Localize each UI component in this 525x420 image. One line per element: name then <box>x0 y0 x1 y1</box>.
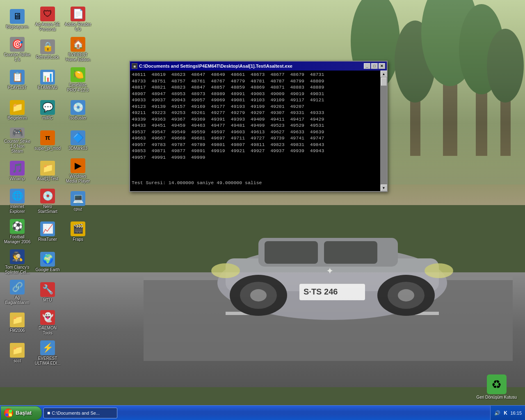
fraps-label: Fraps <box>73 237 83 242</box>
icon-mediaplayer[interactable]: ▶ Windows Media Player <box>64 157 92 185</box>
cmd-scrollbar[interactable]: ▲ ▼ <box>380 71 387 191</box>
mtu-label: MTU <box>43 298 52 303</box>
winamp-icon: 🎵 <box>10 161 25 176</box>
counter-strike-label: Counter-Strike 1.6 <box>4 52 31 62</box>
icon-googleearth[interactable]: 🌍 Google Earth <box>33 248 62 276</box>
icon-adobereader[interactable]: 📄 Adobe Reader 6.0 <box>64 5 92 34</box>
icon-etamenu[interactable]: 📊 ETAMENU <box>33 66 62 94</box>
svg-rect-9 <box>324 241 377 264</box>
cpuz-icon: 💻 <box>71 191 85 206</box>
scct-icon: 📁 <box>10 343 25 358</box>
taskbar-items: ■ C:\Documents and Se... <box>42 408 490 418</box>
counter-ns-label: Counter Strike 1.6 Non Steam <box>4 139 31 154</box>
ie-icon: 🌐 <box>10 189 25 203</box>
icon-nero[interactable]: 💿 Nero StartSmart <box>33 187 62 216</box>
nero-icon: 💿 <box>40 189 55 203</box>
etamenu-label: ETAMENU <box>38 85 57 90</box>
mediaplayer-label: Windows Media Player <box>64 174 91 184</box>
icon-fraps[interactable]: 🎬 Fraps <box>64 217 92 246</box>
everest-home-label: EVEREST Home Edition <box>64 52 91 62</box>
counter-strike-icon: 🎯 <box>10 37 25 52</box>
icon-fm2006b[interactable]: 📁 FM2006 <box>3 308 32 337</box>
cmd-maximize-button[interactable]: □ <box>371 63 378 69</box>
refreshlock-icon: 🔒 <box>40 39 55 54</box>
everest-ultima-icon: ⚡ <box>40 340 55 355</box>
bilgisayarim-icon: 🖥 <box>10 9 25 24</box>
etamenu-icon: 📊 <box>40 70 55 84</box>
counter-ns-icon: 🎮 <box>10 128 25 138</box>
recycle-bin[interactable]: ♻ Geri Dönüşüm Kutusu <box>477 374 517 399</box>
icon-bilgisayarim[interactable]: 🖥 Bilgisayarım <box>3 5 32 34</box>
icon-rivatuner[interactable]: 📈 RivaTuner <box>33 217 62 246</box>
cmd-title-buttons: _ □ ✕ <box>364 63 385 69</box>
tomclancy-icon: 🕵 <box>10 249 25 264</box>
icon-superpimod[interactable]: π super_pi_mod <box>33 126 62 155</box>
taskbar-item-label: C:\Documents and Se... <box>52 411 100 415</box>
icon-scct[interactable]: 📁 scct <box>3 339 32 368</box>
icon-ie[interactable]: 🌐 Internet Explorer <box>3 187 32 216</box>
scroll-up-button[interactable]: ▲ <box>381 71 387 77</box>
icon-refreshlock[interactable]: 🔒 RefreshLock <box>33 35 62 64</box>
icon-3dmark[interactable]: 🔷 3DMark03 <box>64 126 92 155</box>
superpimod-label: super_pi_mod <box>34 146 60 151</box>
icon-fm2006[interactable]: ⚽ Football Manager 2006 <box>3 217 32 246</box>
agbaglantilari-label: Ağ Bağlantılarım <box>4 295 31 305</box>
fm2006b-label: FM2006 <box>10 328 25 333</box>
icon-everest-ultima[interactable]: ⚡ EVEREST ULTIMA EDI... <box>33 339 62 368</box>
3dmark-label: 3DMark03 <box>68 146 87 151</box>
cmd-titlebar[interactable]: ■ C:\Documents and Settings\P4EM64T\Desk… <box>130 62 387 71</box>
rivatuner-icon: 📈 <box>40 221 55 236</box>
bilgisayarim-label: Bilgisayarım <box>6 25 28 30</box>
icon-winamp[interactable]: 🎵 Winamp <box>3 157 32 185</box>
belgelerim-label: Belgelerim <box>7 116 27 121</box>
icon-cpuz[interactable]: 💻 cpuz <box>64 187 92 216</box>
agbaglantilari-icon: 🔗 <box>10 280 25 294</box>
rivatuner-label: RivaTuner <box>38 237 57 242</box>
icon-limewire[interactable]: 🍋 LimeWire PRO 4.12.3 <box>64 66 92 94</box>
icon-agbaglantilari[interactable]: 🔗 Ağ Bağlantılarım <box>3 278 32 307</box>
cpuz-label: cpuz <box>73 207 82 212</box>
recycle-bin-label: Geri Dönüşüm Kutusu <box>477 395 517 399</box>
icon-mirc[interactable]: 💬 mIRC <box>33 96 62 125</box>
scroll-thumb[interactable] <box>381 78 387 86</box>
svg-rect-8 <box>265 241 318 264</box>
cmd-close-button[interactable]: ✕ <box>379 63 385 69</box>
icon-counter-strike[interactable]: 🎯 Counter-Strike 1.6 <box>3 35 32 64</box>
icon-playlist[interactable]: 📋 PLAYLIST <box>3 66 32 94</box>
icon-isobuster[interactable]: 💿 IsoBuster <box>64 96 92 125</box>
icon-mtu[interactable]: 🔧 MTU <box>33 278 62 307</box>
icon-everest-home[interactable]: 🏠 EVEREST Home Edition <box>64 35 92 64</box>
everest-home-icon: 🏠 <box>71 37 85 52</box>
cmd-minimize-button[interactable]: _ <box>364 63 370 69</box>
taskbar: Başlat ■ C:\Documents and Se... 🔊 K 16:1… <box>0 405 525 420</box>
scroll-down-button[interactable]: ▼ <box>381 185 387 191</box>
start-logo <box>4 409 13 418</box>
tomclancy-label: Tom Clancy's Splinter Cel... <box>4 265 31 275</box>
taskbar-item-cmd[interactable]: ■ C:\Documents and Se... <box>43 408 117 418</box>
adaware-icon: 🛡 <box>40 7 55 21</box>
tray-sound-icon[interactable]: 🔊 <box>494 410 500 416</box>
daemontools-icon: 👻 <box>40 310 55 325</box>
mirc-label: mIRC <box>42 116 53 121</box>
googleearth-icon: 🌍 <box>40 252 55 267</box>
adobereader-icon: 📄 <box>71 7 85 21</box>
icon-asaltest[interactable]: 📁 Asal[1].Test <box>33 157 62 185</box>
start-button[interactable]: Başlat <box>1 406 42 420</box>
mtu-icon: 🔧 <box>40 282 55 297</box>
icon-tomclancy[interactable]: 🕵 Tom Clancy's Splinter Cel... <box>3 248 32 276</box>
systray: 🔊 K 16:15 <box>490 406 525 420</box>
cmd-content: 48611 48619 48623 48647 48649 48661 4867… <box>130 71 380 191</box>
svg-point-21 <box>425 263 453 278</box>
svg-point-32 <box>487 29 524 103</box>
tray-k-icon[interactable]: K <box>502 410 509 416</box>
icon-adaware[interactable]: 🛡 Ad-Aware SE Personal <box>33 5 62 34</box>
icon-daemontools[interactable]: 👻 DAEMON Tools <box>33 308 62 337</box>
icon-counter-ns[interactable]: 🎮 Counter Strike 1.6 Non Steam <box>3 126 32 155</box>
adobereader-label: Adobe Reader 6.0 <box>64 22 91 32</box>
svg-point-20 <box>211 263 240 278</box>
desktop-icons: 🖥 Bilgisayarım 🎯 Counter-Strike 1.6 📋 PL… <box>2 4 92 398</box>
cmd-body: 48611 48619 48623 48647 48649 48661 4867… <box>130 71 387 191</box>
icon-belgelerim[interactable]: 📁 Belgelerim <box>3 96 32 125</box>
svg-rect-36 <box>9 413 12 416</box>
fm2006-icon: ⚽ <box>10 219 25 234</box>
